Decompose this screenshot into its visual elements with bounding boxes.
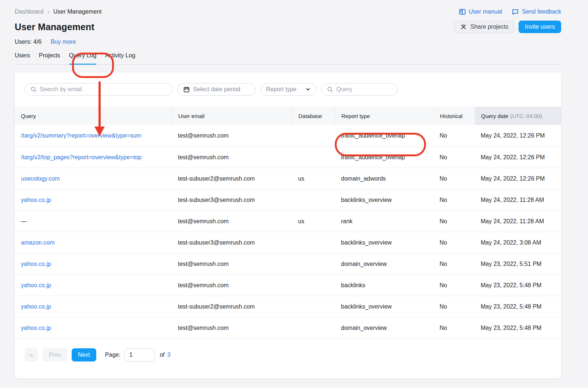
column-header-user-email[interactable]: User email <box>171 107 291 125</box>
historical-cell: No <box>434 296 475 317</box>
table-row[interactable]: usecology.com test-subuser2@semrush.com … <box>15 168 561 189</box>
column-header-report-type[interactable]: Report type <box>334 107 434 125</box>
query-cell-text: — <box>21 218 27 225</box>
title-buttons: Share projects Invite users <box>454 21 561 33</box>
report-type-label: Report type <box>266 86 297 93</box>
user-email-cell: test-subuser2@semrush.com <box>171 296 291 317</box>
database-cell: us <box>291 168 334 189</box>
tab-projects[interactable]: Projects <box>39 52 60 65</box>
tab-bar: UsersProjectsQuery LogActivity Log <box>15 52 561 65</box>
table-row[interactable]: yahoo.co.jp test@semrush.com domain_over… <box>15 253 561 274</box>
database-cell: us <box>291 211 334 232</box>
table-row[interactable]: yahoo.co.jp test-subuser2@semrush.com ba… <box>15 296 561 317</box>
table-header-row: Query User email Database Report type Hi… <box>15 107 561 125</box>
prev-page-button[interactable]: Prev <box>43 348 67 362</box>
page-title: User Management <box>15 22 94 32</box>
user-email-cell: test-subuser3@semrush.com <box>171 189 291 210</box>
chevron-right-icon: › <box>47 8 50 14</box>
database-cell <box>291 253 334 274</box>
historical-cell: No <box>434 125 475 146</box>
historical-cell: No <box>434 211 475 232</box>
next-page-button[interactable]: Next <box>72 348 96 362</box>
database-cell <box>291 296 334 317</box>
query-cell-text[interactable]: yahoo.co.jp <box>21 325 51 331</box>
report-type-cell: backlinks_overview <box>334 232 434 253</box>
top-bar: Dashboard › User Management User manual <box>15 0 561 15</box>
date-period-button[interactable]: Select date period <box>178 83 256 96</box>
page-number-input[interactable] <box>125 348 155 362</box>
top-links: User manual Send feedback <box>459 8 561 15</box>
table-row[interactable]: amazon.com test-subuser3@semrush.com bac… <box>15 232 561 253</box>
people-icon <box>460 23 467 31</box>
search-email-field[interactable] <box>25 83 173 96</box>
query-cell-text[interactable]: /targ/v2/top_pages?report=overview&type=… <box>21 154 141 161</box>
report-type-cell: rank <box>334 211 434 232</box>
user-email-cell: test-subuser3@semrush.com <box>171 232 291 253</box>
query-filter-input[interactable] <box>336 86 392 93</box>
report-type-dropdown[interactable]: Report type <box>261 83 316 96</box>
historical-cell: No <box>434 232 475 253</box>
buy-more-link[interactable]: Buy more <box>51 39 76 45</box>
table-body: /targ/v2/summary?report=overview&type=su… <box>15 125 561 338</box>
database-cell <box>291 147 334 168</box>
column-header-database[interactable]: Database <box>291 107 334 125</box>
query-cell-text[interactable]: yahoo.co.jp <box>21 282 51 289</box>
tab-users[interactable]: Users <box>15 52 30 65</box>
column-header-query-date[interactable]: Query date (UTC–04:00) <box>475 107 561 125</box>
calendar-icon <box>183 86 190 93</box>
column-header-query[interactable]: Query <box>15 107 171 125</box>
tab-query-log[interactable]: Query Log <box>69 52 97 65</box>
database-cell <box>291 125 334 146</box>
report-type-cell: traffic_audience_overlap <box>334 147 434 168</box>
breadcrumb: Dashboard › User Management <box>15 8 102 15</box>
total-pages-link[interactable]: 3 <box>167 352 171 358</box>
page-label: Page: <box>105 352 121 358</box>
query-date-cell: May 23, 2022, 5:48 PM <box>475 317 561 338</box>
page-total: of3 <box>160 352 171 358</box>
report-type-cell: domain_overview <box>334 317 434 338</box>
tab-activity-log[interactable]: Activity Log <box>105 52 135 65</box>
report-type-cell: traffic_audience_overlap <box>334 125 434 146</box>
report-type-cell: backlinks_overview <box>334 189 434 210</box>
historical-cell: No <box>434 253 475 274</box>
query-cell-text[interactable]: yahoo.co.jp <box>21 261 51 267</box>
pagination: « Prev Next Page: of3 <box>15 338 561 378</box>
table-row[interactable]: yahoo.co.jp test-subuser3@semrush.com ba… <box>15 189 561 210</box>
table-row[interactable]: /targ/v2/summary?report=overview&type=su… <box>15 125 561 146</box>
query-date-cell: May 23, 2022, 5:48 PM <box>475 296 561 317</box>
query-date-timezone: (UTC–04:00) <box>510 113 542 119</box>
search-email-input[interactable] <box>40 86 167 93</box>
table-row[interactable]: yahoo.co.jp test@semrush.com backlinks N… <box>15 274 561 296</box>
report-type-cell: domain_overview <box>334 253 434 274</box>
historical-cell: No <box>434 168 475 189</box>
query-cell-text[interactable]: yahoo.co.jp <box>21 197 51 203</box>
user-email-cell: test@semrush.com <box>171 211 291 232</box>
users-count: Users: 4/6 <box>15 39 42 45</box>
user-manual-link[interactable]: User manual <box>459 8 502 15</box>
search-icon <box>30 86 37 93</box>
query-date-header-label: Query date <box>481 113 508 119</box>
first-page-button[interactable]: « <box>25 348 38 362</box>
query-cell-text[interactable]: /targ/v2/summary?report=overview&type=su… <box>21 132 141 139</box>
page-content: Dashboard › User Management User manual <box>15 0 561 378</box>
invite-users-button[interactable]: Invite users <box>519 21 561 33</box>
title-row: User Management Share projects Invite us… <box>15 21 561 33</box>
historical-cell: No <box>434 147 475 168</box>
chevron-down-icon <box>305 86 311 92</box>
query-filter-field[interactable] <box>321 83 398 96</box>
query-cell-text[interactable]: amazon.com <box>21 239 55 246</box>
share-projects-button[interactable]: Share projects <box>454 21 514 33</box>
table-row[interactable]: /targ/v2/top_pages?report=overview&type=… <box>15 146 561 168</box>
table-row[interactable]: yahoo.co.jp test@semrush.com domain_over… <box>15 317 561 338</box>
column-header-historical[interactable]: Historical <box>434 107 475 125</box>
query-date-cell: May 24, 2022, 12:26 PM <box>475 125 561 146</box>
query-cell-text[interactable]: yahoo.co.jp <box>21 303 51 310</box>
table-row[interactable]: — test@semrush.com us rank No May 24, 20… <box>15 210 561 232</box>
breadcrumb-dashboard-link[interactable]: Dashboard <box>15 8 43 15</box>
send-feedback-link[interactable]: Send feedback <box>512 8 561 15</box>
query-cell-text[interactable]: usecology.com <box>21 175 60 182</box>
user-manual-label: User manual <box>469 8 502 15</box>
send-feedback-label: Send feedback <box>522 8 561 15</box>
report-type-cell: backlinks <box>334 275 434 296</box>
query-log-panel: Select date period Report type <box>15 72 561 378</box>
